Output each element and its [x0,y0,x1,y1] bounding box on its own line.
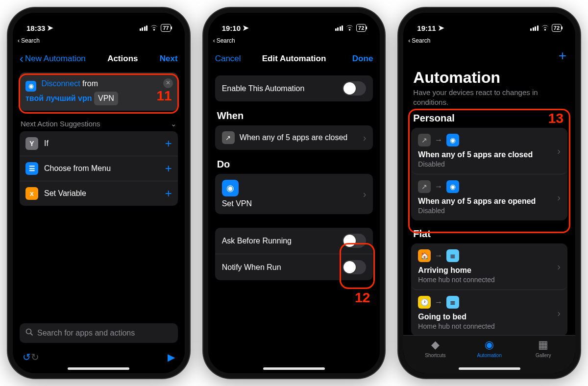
suggestion-choose-menu[interactable]: ☰ Choose from Menu + [20,156,178,181]
arrow-right-icon: → [435,182,442,191]
wifi-icon [345,24,354,32]
remove-action-button[interactable]: ✕ [163,78,173,88]
flat-section-title: Flat [413,228,565,240]
nav-title: Edit Automation [262,54,326,64]
enable-toggle[interactable] [343,81,366,96]
tab-shortcuts[interactable]: ◆Shortcuts [408,338,462,364]
breadcrumb[interactable]: ‹Search [208,36,380,48]
do-action-row[interactable]: ◉ Set VPN › [215,174,373,214]
phone-2-edit-automation: 19:10➤ 72 ‹Search Cancel Edit Automation… [203,8,385,378]
plus-icon: + [165,187,172,200]
clock-icon: 🕐 [418,296,431,309]
add-automation-button[interactable]: + [559,48,566,64]
wifi-icon [541,24,549,32]
breadcrumb[interactable]: ‹Search [403,36,575,48]
search-input[interactable]: Search for apps and actions [20,323,178,343]
phone-3-automation-list: 19:11➤ 72 ‹Search + Automation Have your… [398,8,580,378]
vpn-icon: ◉ [446,180,459,193]
variable-icon: x [25,187,38,200]
vpn-pill: VPN [94,92,118,105]
do-section-title: Do [217,159,371,170]
automation-apps-closed[interactable]: ↗ → ◉ When any of 5 apps are closed Disa… [411,128,567,174]
editor-toolbar: ↺ ↻ ▶ [13,346,185,368]
vpn-icon: ◉ [222,180,239,196]
wifi-icon [150,24,158,32]
back-button[interactable]: ‹New Automation [20,52,86,66]
chevron-right-icon: › [557,145,561,157]
vpn-icon: ◉ [446,134,459,146]
battery-icon: 72 [356,24,366,32]
arrow-right-icon: → [435,251,442,260]
clock: 18:33 [26,24,45,32]
action-disconnect-vpn[interactable]: ✕ ◉ Disconnect from твой лучший vpn VPN [20,72,178,111]
notify-toggle[interactable] [343,260,366,274]
tab-gallery[interactable]: ▦Gallery [516,338,570,364]
flat-automations: 🏠 → ≣ Arriving home Home hub not connect… [411,243,567,336]
clock: 19:11 [417,24,436,32]
chevron-right-icon: › [363,132,367,144]
highlight-12-label: 12 [355,290,370,306]
navbar: Cancel Edit Automation Done [208,48,380,70]
if-icon: Y [25,137,38,150]
plus-icon: + [165,137,172,150]
next-button[interactable]: Next [160,54,178,64]
suggestion-if[interactable]: Y If + [20,131,178,156]
chevron-right-icon: › [363,189,367,200]
menu-icon: ☰ [25,162,38,175]
page-subtitle: Have your devices react to changes in co… [413,88,565,107]
app-icon: ↗ [418,134,431,146]
automation-going-to-bed[interactable]: 🕐 → ≣ Going to bed Home hub not connecte… [411,290,567,336]
chevron-left-icon: ‹ [213,37,215,44]
app-icon: ↗ [222,131,235,144]
shortcuts-icon: ◆ [431,338,440,351]
signal-icon [335,25,343,31]
chevron-left-icon: ‹ [408,37,410,44]
home-icon: 🏠 [418,249,431,262]
automation-icon: ◉ [485,338,494,351]
chevron-down-icon: ⌄ [171,120,177,128]
dynamic-island [266,19,322,34]
vpn-name-param[interactable]: твой лучший vpn [25,94,92,102]
battery-icon: 77 [161,24,171,32]
suggestion-set-variable[interactable]: x Set Variable + [20,181,178,206]
automation-apps-opened[interactable]: ↗ → ◉ When any of 5 apps are opened Disa… [411,174,567,220]
battery-icon: 72 [552,24,562,32]
breadcrumb[interactable]: ‹Search [13,36,185,48]
location-icon: ➤ [438,24,444,32]
disconnect-param[interactable]: Disconnect [41,79,80,88]
chevron-right-icon: › [557,192,561,203]
vpn-icon: ◉ [25,81,36,92]
run-button[interactable]: ▶ [168,351,175,363]
ask-toggle[interactable] [343,234,366,248]
nav-title: Actions [107,54,138,64]
personal-automations: ↗ → ◉ When any of 5 apps are closed Disa… [411,128,567,220]
scene-icon: ≣ [446,296,459,309]
page-title: Automation [413,69,565,87]
home-indicator[interactable] [459,367,520,370]
phone-1-actions: 18:33➤ 77 ‹Search ‹New Automation Action… [8,8,190,378]
suggestions-header[interactable]: Next Action Suggestions ⌄ [21,120,177,128]
notify-when-run-row: Notify When Run [215,254,373,280]
navbar: ‹New Automation Actions Next [13,48,185,70]
scene-icon: ≣ [446,249,459,262]
svg-point-0 [26,329,31,334]
clock: 19:10 [222,24,241,32]
location-icon: ➤ [243,24,249,32]
when-condition-row[interactable]: ↗When any of 5 apps are closed › [215,125,373,150]
cancel-button[interactable]: Cancel [215,54,241,64]
undo-button[interactable]: ↺ [23,351,31,363]
gallery-icon: ▦ [538,338,548,351]
home-indicator[interactable] [68,367,129,370]
done-button[interactable]: Done [352,54,373,64]
signal-icon [140,25,148,31]
home-indicator[interactable] [263,367,325,370]
automation-arriving-home[interactable]: 🏠 → ≣ Arriving home Home hub not connect… [411,243,567,290]
tab-automation[interactable]: ◉Automation [463,338,516,364]
redo-button: ↻ [31,351,39,363]
plus-icon: + [165,162,172,175]
chevron-right-icon: › [557,308,561,319]
svg-line-1 [31,334,33,336]
arrow-right-icon: → [435,298,442,307]
ask-before-running-row: Ask Before Running [215,228,373,254]
personal-section-title: Personal [413,113,565,124]
